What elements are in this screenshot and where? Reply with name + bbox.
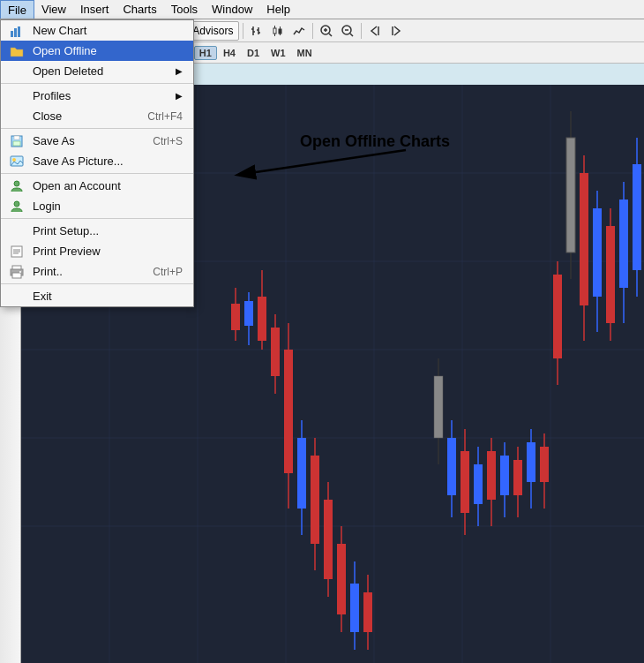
svg-rect-2: [18, 26, 20, 37]
timeframe-w1[interactable]: W1: [266, 46, 291, 60]
close-icon: [8, 108, 26, 125]
dropdown-separator: [1, 128, 193, 129]
svg-rect-1: [14, 28, 17, 37]
svg-rect-83: [337, 544, 346, 614]
svg-rect-117: [633, 164, 641, 270]
save-icon: [8, 132, 26, 150]
dropdown-item-login[interactable]: Login: [1, 196, 193, 216]
print-setup-label: Print Setup...: [33, 224, 99, 237]
print-shortcut: Ctrl+P: [153, 266, 183, 278]
close-label: Close: [33, 109, 62, 123]
timeframe-h1[interactable]: H1: [194, 46, 217, 60]
svg-rect-99: [500, 456, 509, 495]
dropdown-item-print[interactable]: Print..Ctrl+P: [1, 261, 193, 282]
menu-tools[interactable]: Tools: [164, 0, 205, 19]
svg-rect-87: [363, 592, 372, 632]
svg-rect-101: [513, 460, 522, 495]
scroll-right-btn[interactable]: [386, 21, 406, 41]
scroll-left-btn[interactable]: [365, 21, 385, 41]
svg-line-44: [350, 34, 353, 36]
chart-icon: [8, 22, 26, 40]
svg-rect-113: [606, 226, 615, 323]
exit-label: Exit: [33, 290, 52, 303]
open-account-label: Open an Account: [33, 179, 121, 192]
open-deleted-arrow: ▶: [176, 66, 183, 76]
timeframe-h4[interactable]: H4: [218, 46, 241, 60]
svg-rect-115: [619, 200, 628, 288]
dropdown-separator: [1, 283, 193, 284]
svg-rect-111: [593, 208, 602, 297]
line-chart-btn[interactable]: [289, 21, 309, 41]
close-shortcut: Ctrl+F4: [147, 110, 183, 123]
preview-icon: [8, 243, 26, 260]
svg-rect-0: [11, 31, 13, 37]
dropdown-item-open-account[interactable]: Open an Account: [1, 176, 193, 196]
save-as-picture-label: Save As Picture...: [33, 154, 124, 168]
svg-rect-103: [527, 442, 535, 482]
svg-rect-67: [231, 304, 240, 330]
svg-rect-93: [461, 451, 469, 513]
login-label: Login: [33, 200, 61, 213]
dropdown-item-save-as[interactable]: Save AsCtrl+S: [1, 131, 193, 151]
svg-rect-97: [487, 451, 496, 500]
menu-charts[interactable]: Charts: [116, 0, 163, 19]
open-deleted-icon: [8, 63, 26, 80]
file-dropdown: New ChartOpen OfflineOpen Deleted▶Profil…: [0, 19, 194, 307]
folder-icon: [8, 42, 26, 60]
bar-chart-btn[interactable]: [247, 21, 266, 41]
svg-point-17: [19, 271, 21, 273]
sep5: [361, 23, 362, 39]
zoom-out-btn[interactable]: [338, 21, 357, 41]
dropdown-item-print-preview[interactable]: Print Preview: [1, 241, 193, 261]
svg-rect-105: [540, 447, 549, 482]
svg-point-8: [14, 181, 19, 186]
timeframe-mn[interactable]: MN: [292, 46, 318, 60]
dropdown-item-save-as-picture[interactable]: Save As Picture...: [1, 151, 193, 171]
dropdown-item-print-setup[interactable]: Print Setup...: [1, 221, 193, 241]
dropdown-separator: [1, 173, 193, 174]
svg-rect-75: [284, 350, 293, 473]
menu-view[interactable]: View: [34, 0, 73, 19]
menu-bar: File View Insert Charts Tools Window Hel…: [0, 0, 644, 19]
save-as-shortcut: Ctrl+S: [153, 135, 183, 147]
dropdown-separator: [1, 83, 193, 84]
dropdown-item-new-chart[interactable]: New Chart: [1, 20, 193, 41]
print-label: Print..: [33, 265, 63, 278]
menu-file[interactable]: File: [0, 0, 34, 19]
menu-help[interactable]: Help: [259, 0, 297, 19]
save-as-label: Save As: [33, 134, 75, 147]
svg-rect-79: [311, 456, 319, 544]
svg-rect-5: [14, 136, 19, 139]
sep4: [312, 23, 313, 39]
svg-rect-81: [324, 500, 333, 579]
dropdown-item-close[interactable]: CloseCtrl+F4: [1, 106, 193, 126]
menu-insert[interactable]: Insert: [73, 0, 116, 19]
save-pic-icon: [8, 153, 26, 170]
open-offline-label: Open Offline: [33, 44, 97, 57]
svg-rect-77: [297, 438, 306, 509]
profiles-arrow: ▶: [176, 91, 183, 101]
print-preview-label: Print Preview: [33, 245, 101, 258]
dropdown-separator: [1, 218, 193, 219]
svg-rect-95: [474, 464, 483, 504]
svg-line-41: [329, 34, 332, 36]
dropdown-item-exit[interactable]: Exit: [1, 286, 193, 306]
dropdown-item-open-deleted[interactable]: Open Deleted▶: [1, 61, 193, 81]
login-icon: [8, 198, 26, 215]
svg-rect-73: [271, 328, 280, 376]
zoom-in-btn[interactable]: [317, 21, 336, 41]
dropdown-item-open-offline[interactable]: Open Offline: [1, 41, 193, 61]
print-icon: [8, 263, 26, 281]
account-icon: [8, 177, 26, 195]
dropdown-item-profiles[interactable]: Profiles▶: [1, 86, 193, 106]
svg-rect-109: [580, 173, 588, 305]
svg-point-9: [14, 201, 19, 207]
candle-chart-btn[interactable]: [268, 21, 288, 41]
svg-rect-4: [13, 141, 20, 146]
timeframe-d1[interactable]: D1: [242, 46, 265, 60]
svg-rect-32: [273, 28, 276, 34]
svg-rect-107: [566, 138, 575, 252]
svg-rect-119: [553, 275, 562, 358]
profiles-label: Profiles: [33, 89, 71, 102]
menu-window[interactable]: Window: [205, 0, 259, 19]
